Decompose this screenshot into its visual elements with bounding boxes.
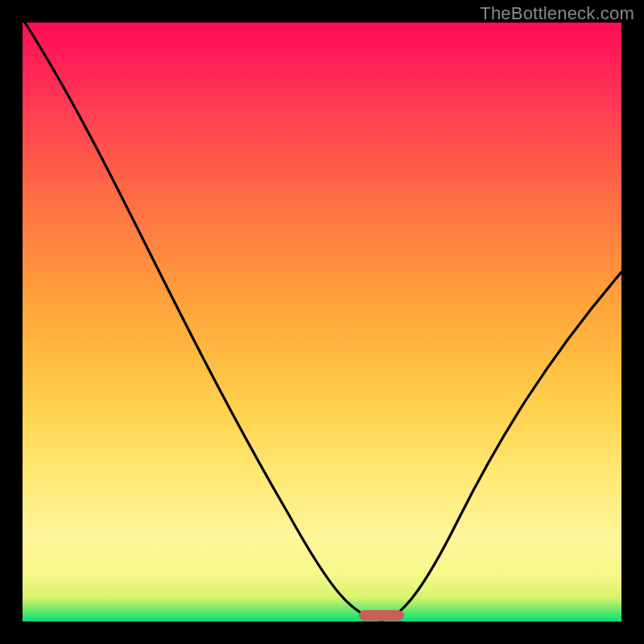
optimal-range-marker [359, 610, 404, 621]
curve-path [25, 23, 621, 620]
attribution-text: TheBottleneck.com [480, 3, 634, 24]
plot-area [23, 23, 621, 621]
chart-frame: TheBottleneck.com [0, 0, 644, 644]
bottleneck-curve [23, 23, 621, 621]
